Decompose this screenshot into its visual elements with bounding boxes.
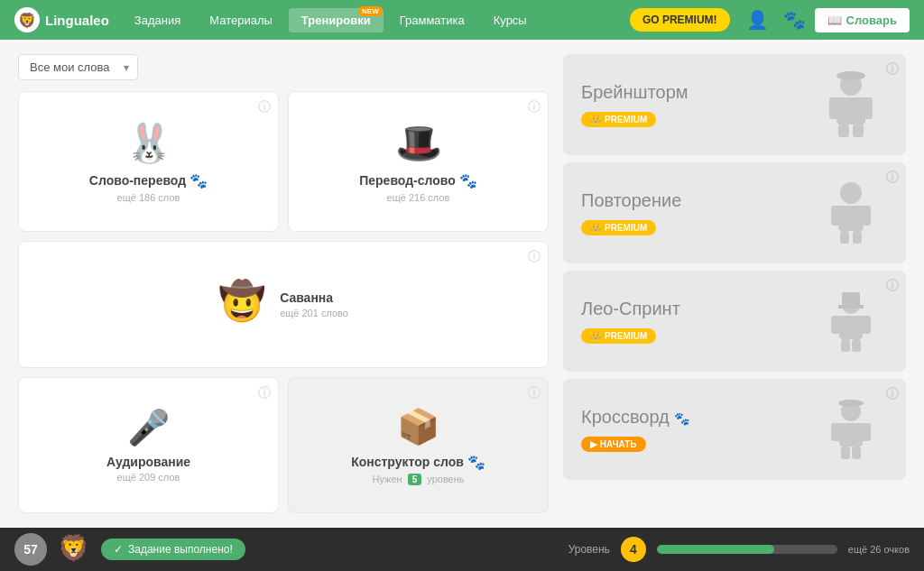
card-crossword[interactable]: ⓘ Кроссворд 🐾 ▶ НАЧАТЬ: [563, 379, 906, 480]
svg-rect-10: [860, 206, 871, 226]
left-panel: Все мои слова ▾ ⓘ 🐰 Слово-перевод 🐾 ещё …: [18, 54, 549, 513]
word-filter-select[interactable]: Все мои слова: [18, 54, 138, 80]
paw-icon: 🐾: [674, 411, 689, 426]
svg-rect-17: [831, 316, 842, 334]
nav-grammar[interactable]: Грамматика: [387, 8, 477, 32]
navbar: 🦁 Lingualeo Задания Материалы Тренировки…: [0, 0, 924, 40]
big-card-title: Кроссворд 🐾: [581, 407, 810, 428]
svg-rect-11: [840, 231, 849, 244]
nav-materials[interactable]: Материалы: [197, 8, 285, 32]
card-title: Конструктор слов 🐾: [351, 454, 485, 471]
card-word-builder: ⓘ 📦 Конструктор слов 🐾 Нужен 5 уровень: [288, 377, 549, 513]
nav-courses[interactable]: Курсы: [481, 8, 540, 32]
svg-rect-4: [838, 124, 849, 137]
logo[interactable]: 🦁 Lingualeo: [14, 7, 109, 32]
svg-rect-19: [841, 339, 850, 352]
svg-point-6: [836, 71, 865, 80]
bottom-bar: 57 🦁 ✓ Задание выполнено! Уровень 4 ещё …: [0, 528, 924, 571]
premium-badge: 👑 PREMIUM: [581, 112, 656, 127]
current-level-badge: 4: [621, 537, 646, 562]
svg-rect-25: [860, 423, 871, 441]
premium-badge: 👑 PREMIUM: [581, 220, 656, 235]
big-card-content: Брейншторм 👑 PREMIUM: [581, 82, 810, 127]
svg-rect-20: [852, 339, 861, 352]
info-icon[interactable]: ⓘ: [258, 99, 271, 115]
card-audio[interactable]: ⓘ 🎤 Аудирование ещё 209 слов: [18, 377, 279, 513]
big-card-content: Повторение 👑 PREMIUM: [581, 190, 810, 235]
training-cards-grid: ⓘ 🐰 Слово-перевод 🐾 ещё 186 слов ⓘ 🎩 Пер…: [18, 91, 549, 513]
big-card-title: Брейншторм: [581, 82, 810, 103]
user-level-avatar: 57: [14, 533, 47, 566]
info-icon[interactable]: ⓘ: [528, 249, 541, 265]
info-icon[interactable]: ⓘ: [528, 385, 541, 401]
card-subtitle: ещё 201 слово: [280, 308, 348, 318]
nav-trainings[interactable]: Тренировки NEW: [289, 8, 383, 32]
big-card-title: Лео-Спринт: [581, 299, 810, 319]
character-image: [810, 285, 892, 357]
logo-text: Lingualeo: [45, 13, 109, 28]
svg-rect-24: [831, 423, 842, 441]
svg-point-7: [840, 182, 862, 204]
xp-remaining-text: ещё 26 очков: [848, 544, 910, 555]
card-repetition[interactable]: ⓘ Повторение 👑 PREMIUM: [563, 162, 906, 263]
svg-rect-15: [838, 305, 864, 309]
svg-rect-23: [839, 423, 863, 447]
premium-button[interactable]: GO PREMIUM!: [630, 8, 730, 32]
book-icon: 📖: [827, 14, 842, 27]
filter-wrapper: Все мои слова ▾: [18, 54, 138, 80]
card-leo-sprint[interactable]: ⓘ Лео-Спринт 👑 PREMIUM: [563, 271, 906, 372]
card-savanna[interactable]: ⓘ 🤠 Саванна ещё 201 слово: [18, 241, 549, 368]
card-title: Аудирование: [106, 455, 190, 469]
svg-point-22: [838, 400, 864, 407]
character-image: [810, 69, 892, 141]
card-subtitle: ещё 216 слов: [387, 192, 450, 203]
card-subtitle: Нужен 5 уровень: [372, 474, 464, 484]
paw-small-icon: 🐾: [467, 454, 485, 471]
new-badge: NEW: [359, 6, 382, 16]
card-subtitle: ещё 209 слов: [117, 472, 180, 483]
rabbit-icon: 🐰: [125, 121, 172, 165]
profile-icon[interactable]: 👤: [741, 9, 774, 31]
big-card-title: Повторение: [581, 190, 810, 211]
svg-rect-14: [842, 292, 860, 307]
svg-rect-27: [852, 447, 861, 459]
svg-rect-8: [838, 206, 864, 231]
info-icon[interactable]: ⓘ: [258, 385, 271, 401]
character-image: [810, 177, 892, 249]
filter-bar: Все мои слова ▾: [18, 54, 549, 80]
level-label: Уровень: [568, 543, 610, 556]
box-icon: 📦: [397, 407, 439, 447]
checkmark-icon: ✓: [114, 543, 123, 556]
svg-rect-12: [853, 231, 862, 244]
card-title: Саванна: [280, 290, 348, 305]
paw-small-icon: 🐾: [189, 172, 208, 189]
svg-rect-9: [831, 206, 842, 226]
svg-rect-18: [860, 316, 871, 334]
dictionary-button[interactable]: 📖 Словарь: [815, 8, 910, 32]
level-badge: 5: [408, 474, 422, 485]
card-brainstorm[interactable]: ⓘ Брейншторм 👑 PREMIUM: [563, 54, 906, 155]
lion-mascot: 🦁: [58, 533, 90, 566]
svg-rect-5: [853, 124, 864, 137]
card-subtitle: ещё 186 слов: [117, 192, 180, 203]
paw-small-icon: 🐾: [459, 172, 477, 189]
big-card-content: Лео-Спринт 👑 PREMIUM: [581, 299, 810, 344]
xp-progress-bar: [657, 545, 837, 554]
card-translation-word[interactable]: ⓘ 🎩 Перевод-слово 🐾 ещё 216 слов: [288, 91, 549, 232]
main-content: Все мои слова ▾ ⓘ 🐰 Слово-перевод 🐾 ещё …: [0, 40, 924, 528]
svg-rect-26: [841, 447, 850, 459]
cowboy-icon: 🤠: [218, 279, 265, 323]
card-title: Слово-перевод 🐾: [89, 172, 208, 189]
svg-rect-3: [860, 97, 873, 119]
svg-rect-2: [829, 97, 842, 119]
mic-icon: 🎤: [127, 408, 170, 447]
svg-rect-16: [839, 316, 863, 339]
hat-icon: 🎩: [395, 121, 442, 165]
card-word-translation[interactable]: ⓘ 🐰 Слово-перевод 🐾 ещё 186 слов: [18, 91, 279, 232]
right-panel: ⓘ Брейншторм 👑 PREMIUM: [563, 54, 906, 513]
big-card-content: Кроссворд 🐾 ▶ НАЧАТЬ: [581, 407, 810, 452]
logo-icon: 🦁: [14, 7, 40, 32]
nav-tasks[interactable]: Задания: [122, 8, 193, 32]
paw-icon[interactable]: 🐾: [778, 9, 811, 31]
info-icon[interactable]: ⓘ: [528, 99, 541, 115]
